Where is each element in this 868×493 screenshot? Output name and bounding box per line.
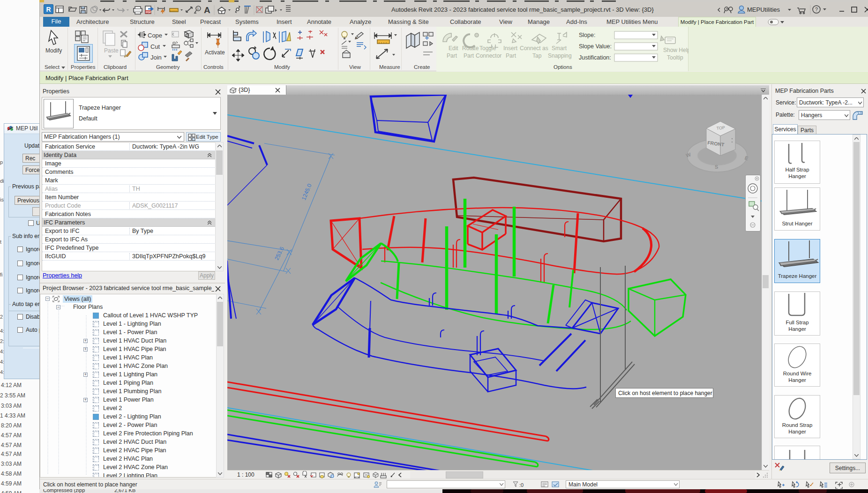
svg-text:S: S bbox=[715, 164, 718, 170]
svg-text:Cut: Cut bbox=[150, 43, 160, 50]
svg-text:Slope Value:: Slope Value: bbox=[579, 43, 612, 50]
svg-text:Connect as: Connect as bbox=[520, 45, 548, 52]
svg-text:Part: Part bbox=[447, 52, 457, 59]
svg-text:Join: Join bbox=[150, 54, 162, 61]
svg-text:Snapping: Snapping bbox=[548, 52, 572, 59]
svg-text:Part: Part bbox=[464, 52, 474, 59]
svg-text:TOP: TOP bbox=[716, 125, 725, 131]
svg-text:PDF: PDF bbox=[146, 11, 151, 14]
svg-text:Justification:: Justification: bbox=[579, 54, 611, 61]
svg-text:Tooltip: Tooltip bbox=[667, 54, 683, 61]
svg-text:Rotate: Rotate bbox=[462, 45, 479, 52]
svg-text:Cope: Cope bbox=[148, 32, 162, 39]
svg-text:Part: Part bbox=[506, 52, 516, 59]
svg-text:Tap: Tap bbox=[532, 52, 542, 59]
svg-text:Edit: Edit bbox=[449, 45, 458, 52]
svg-text:A: A bbox=[204, 5, 210, 15]
svg-text:Paste: Paste bbox=[104, 47, 119, 54]
svg-text:Insert: Insert bbox=[503, 45, 518, 52]
svg-text:?: ? bbox=[815, 7, 818, 12]
svg-text:Connector: Connector bbox=[476, 52, 501, 59]
svg-text:Toggle: Toggle bbox=[479, 45, 496, 52]
svg-text:MEPUtilities: MEPUtilities bbox=[747, 6, 780, 13]
svg-text:1: 1 bbox=[197, 7, 199, 11]
svg-text:Smart: Smart bbox=[552, 45, 567, 52]
svg-text:Slope:: Slope: bbox=[579, 32, 595, 38]
svg-text::0: :0 bbox=[519, 482, 524, 488]
svg-text:253.6: 253.6 bbox=[273, 246, 285, 261]
svg-text:Show Help: Show Help bbox=[663, 47, 688, 53]
svg-text:1245.0: 1245.0 bbox=[300, 183, 313, 202]
